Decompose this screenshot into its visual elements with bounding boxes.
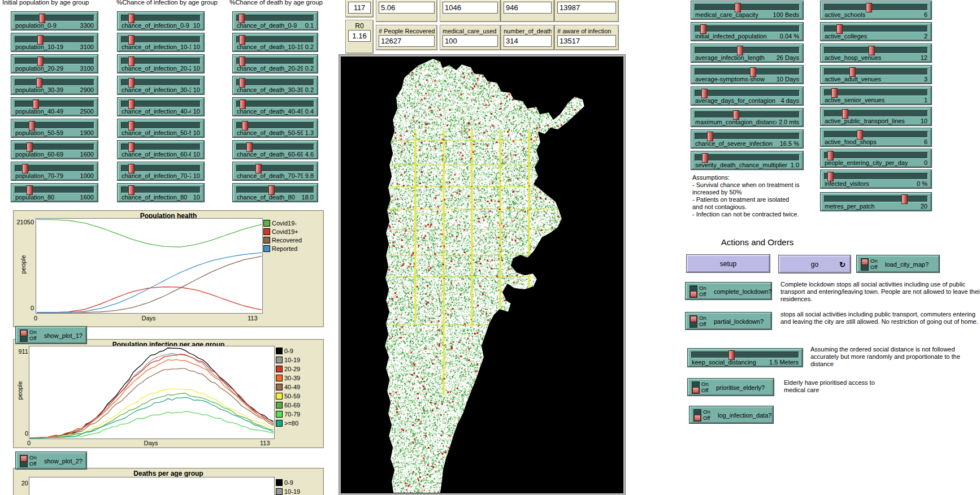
slider-handle[interactable]	[22, 164, 28, 173]
slider-handle[interactable]	[849, 67, 856, 77]
slider-chance_of_death_40-49[interactable]: chance_of_death_40-490.4	[233, 98, 318, 116]
slider-handle[interactable]	[735, 3, 741, 12]
slider-chance_of_infection_40-49[interactable]: chance_of_infection_40-4910	[118, 98, 204, 116]
slider-population_30-39[interactable]: population_30-392900	[11, 76, 98, 94]
slider-chance_of_death_10-19[interactable]: chance_of_death_10-190.2	[233, 33, 318, 51]
slider-handle[interactable]	[37, 35, 44, 45]
slider-track[interactable]	[695, 154, 800, 161]
slider-chance_of_death_60-69[interactable]: chance_of_death_60-694.6	[233, 141, 318, 159]
slider-chance_of_death_30-39[interactable]: chance_of_death_30-390.2	[233, 76, 318, 94]
slider-track[interactable]	[15, 122, 94, 129]
slider-handle[interactable]	[27, 185, 33, 195]
slider-population_50-59[interactable]: population_50-591900	[11, 119, 98, 137]
slider-track[interactable]	[824, 25, 928, 32]
slider-handle[interactable]	[901, 194, 908, 204]
slider-population_80[interactable]: population_801600	[11, 184, 98, 202]
slider-handle[interactable]	[702, 153, 708, 163]
switch-show_plot_1?[interactable]: OnOffshow_plot_1?	[16, 327, 86, 344]
slider-chance_of_infection_60-69[interactable]: chance_of_infection_60-6910	[118, 141, 204, 159]
slider-handle[interactable]	[737, 46, 743, 55]
switch-show_plot_2?[interactable]: OnOffshow_plot_2?	[16, 452, 86, 469]
slider-active_food_shops[interactable]: active_food_shops6	[821, 128, 931, 146]
slider-track[interactable]	[121, 165, 201, 172]
switch-toggle[interactable]	[692, 381, 700, 394]
slider-track[interactable]	[15, 58, 94, 64]
slider-handle[interactable]	[128, 14, 135, 23]
slider-track[interactable]	[695, 90, 800, 97]
slider-handle[interactable]	[128, 142, 135, 152]
slider-track[interactable]	[691, 351, 799, 358]
slider-handle[interactable]	[729, 350, 735, 360]
slider-track[interactable]	[236, 36, 314, 43]
slider-infected_visitors[interactable]: infected_visitors0 %	[821, 170, 931, 188]
slider-chance_of_infection_10-19[interactable]: chance_of_infection_10-1910	[118, 33, 204, 51]
slider-handle[interactable]	[831, 88, 838, 98]
slider-track[interactable]	[824, 152, 928, 159]
switch-handle[interactable]	[20, 455, 27, 462]
slider-track[interactable]	[236, 144, 314, 150]
slider-track[interactable]	[824, 196, 928, 202]
slider-handle[interactable]	[36, 78, 42, 88]
slider-track[interactable]	[121, 101, 201, 107]
slider-average_infection_length[interactable]: average_infection_length26 Days	[691, 44, 803, 62]
slider-track[interactable]	[824, 4, 928, 11]
switch-toggle[interactable]	[20, 455, 28, 467]
slider-handle[interactable]	[128, 57, 135, 66]
slider-handle[interactable]	[39, 14, 45, 23]
slider-track[interactable]	[824, 47, 928, 54]
slider-chance_of_death_50-59[interactable]: chance_of_death_50-591.3	[233, 119, 318, 137]
slider-track[interactable]	[121, 186, 201, 193]
slider-severity_death_chance_multiplier[interactable]: severity_death_chance_multiplier1.0	[691, 151, 803, 170]
slider-chance_of_severe_infection[interactable]: chance_of_severe_infection16.5 %	[691, 130, 803, 148]
slider-handle[interactable]	[733, 110, 739, 120]
switch-handle[interactable]	[694, 415, 701, 421]
slider-track[interactable]	[824, 173, 928, 180]
slider-metres_per_patch[interactable]: metres_per_patch20	[821, 193, 931, 211]
slider-chance_of_death_80[interactable]: chance_of_death_8018.0	[233, 184, 318, 202]
slider-average-symptoms-show[interactable]: average-symptoms-show10 Days	[691, 66, 803, 84]
slider-handle[interactable]	[750, 67, 756, 77]
slider-handle[interactable]	[857, 130, 863, 140]
switch-toggle[interactable]	[861, 258, 869, 271]
slider-track[interactable]	[695, 133, 800, 140]
switch-partial_lockdown?[interactable]: OnOffpartial_lockdown?	[686, 312, 771, 329]
slider-track[interactable]	[824, 89, 928, 96]
slider-handle[interactable]	[700, 24, 706, 34]
slider-chance_of_infection_30-39[interactable]: chance_of_infection_30-3910	[118, 76, 204, 94]
slider-handle[interactable]	[128, 185, 135, 195]
slider-track[interactable]	[15, 165, 94, 172]
slider-population_60-69[interactable]: population_60-691600	[11, 141, 98, 159]
slider-track[interactable]	[121, 15, 201, 21]
slider-handle[interactable]	[128, 78, 135, 88]
go-button[interactable]: go ↻	[779, 255, 851, 273]
slider-track[interactable]	[824, 131, 928, 138]
slider-track[interactable]	[236, 58, 314, 64]
slider-track[interactable]	[695, 47, 800, 54]
slider-track[interactable]	[121, 79, 201, 86]
switch-handle[interactable]	[20, 330, 27, 336]
slider-chance_of_infection_70-79[interactable]: chance_of_infection_70-7910	[118, 162, 204, 180]
slider-population_0-9[interactable]: population_0-93300	[11, 12, 98, 30]
switch-handle[interactable]	[690, 291, 697, 297]
slider-maximum_contagion_distance[interactable]: maximum_contagion_distance2.0 mts	[691, 108, 803, 127]
switch-prioritise_elderly?[interactable]: OnOffprioritise_elderly?	[688, 379, 774, 396]
slider-handle[interactable]	[239, 78, 245, 88]
slider-chance_of_death_0-9[interactable]: chance_of_death_0-90.1	[233, 12, 318, 30]
slider-handle[interactable]	[842, 109, 848, 119]
slider-handle[interactable]	[255, 164, 262, 173]
slider-initial_infected_population[interactable]: initial_infected_population0.04 %	[691, 23, 803, 41]
slider-handle[interactable]	[37, 57, 44, 66]
slider-handle[interactable]	[836, 24, 843, 34]
slider-track[interactable]	[695, 4, 800, 11]
slider-track[interactable]	[121, 58, 201, 64]
slider-track[interactable]	[121, 36, 201, 43]
slider-track[interactable]	[824, 110, 928, 117]
slider-chance_of_infection_20-29[interactable]: chance_of_infection_20-2910	[118, 55, 204, 73]
slider-active_colleges[interactable]: active_colleges2	[821, 23, 931, 41]
slider-track[interactable]	[15, 186, 94, 193]
switch-log_infection_data?[interactable]: OnOfflog_infection_data?	[690, 406, 773, 423]
slider-track[interactable]	[824, 68, 928, 75]
slider-track[interactable]	[236, 79, 314, 86]
slider-chance_of_infection_80[interactable]: chance_of_infection_8010	[118, 184, 204, 202]
slider-track[interactable]	[15, 15, 94, 21]
